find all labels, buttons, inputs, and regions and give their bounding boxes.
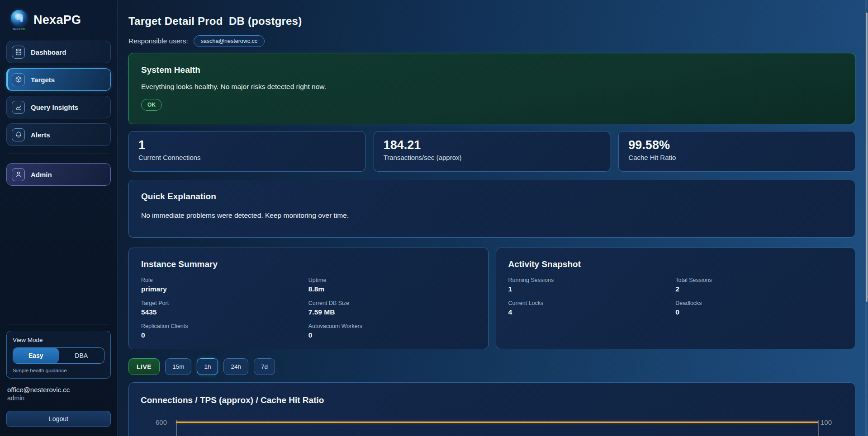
field-label: Current Locks (508, 300, 676, 306)
responsible-users-label: Responsible users: (128, 37, 188, 45)
cache-hit-ratio-series-line (176, 422, 819, 423)
system-health-card: System Health Everything looks healthy. … (128, 53, 855, 124)
stat-card-cache-hit-ratio: 99.58% Cache Hit Ratio (618, 131, 855, 172)
field-label: Deadlocks (675, 300, 843, 306)
health-status-badge: OK (141, 99, 162, 111)
time-range-controls: LIVE 15m 1h 24h 7d (128, 358, 855, 375)
quick-explanation-card: Quick Explanation No immediate problems … (128, 180, 855, 238)
field-autovacuum-workers: Autovacuum Workers 0 (308, 323, 476, 339)
page-title: Target Detail Prod_DB (postgres) (128, 15, 855, 28)
sidebar-item-dashboard[interactable]: Dashboard (6, 41, 111, 63)
range-button-7d[interactable]: 7d (254, 358, 275, 375)
field-total-sessions: Total Sessions 2 (675, 277, 843, 293)
logout-button[interactable]: Logout (6, 411, 111, 427)
logo-caption-nexa: Nexa (13, 28, 21, 31)
sidebar-item-alerts[interactable]: Alerts (6, 123, 111, 146)
line-chart-icon (12, 101, 25, 114)
chart-title: Connections / TPS (approx) / Cache Hit R… (141, 395, 843, 405)
user-email: office@nesterovic.cc (7, 386, 110, 394)
stat-value: 184.21 (384, 138, 601, 152)
logo-caption-pg: PG (21, 28, 26, 31)
field-role: Role primary (141, 277, 308, 293)
sidebar: NexaPG NexaPG Dashboard Targets (0, 0, 118, 436)
sidebar-item-targets[interactable]: Targets (6, 68, 111, 91)
field-uptime: Uptime 8.8m (308, 277, 476, 293)
field-value: 2 (675, 285, 843, 293)
field-deadlocks: Deadlocks 0 (675, 300, 843, 316)
field-label: Target Port (141, 300, 308, 306)
activity-snapshot-card: Activity Snapshot Running Sessions 1 Tot… (496, 248, 856, 349)
y-axis-left-tick: 600 (151, 418, 167, 426)
stat-label: Current Connections (138, 154, 356, 161)
field-current-locks: Current Locks 4 (508, 300, 676, 316)
brand: NexaPG NexaPG (10, 10, 109, 30)
view-mode-option-dba[interactable]: DBA (59, 348, 104, 363)
field-value: 5435 (141, 308, 308, 316)
sidebar-item-query-insights[interactable]: Query Insights (6, 96, 111, 118)
y-axis-right-line (818, 420, 819, 436)
field-label: Uptime (308, 277, 476, 283)
database-icon (12, 46, 25, 59)
field-db-size: Current DB Size 7.59 MB (308, 300, 476, 316)
app-title: NexaPG (33, 13, 81, 27)
range-button-1h[interactable]: 1h (197, 358, 218, 375)
y-axis-right-tick: 100 (821, 418, 836, 426)
field-running-sessions: Running Sessions 1 (508, 277, 676, 293)
field-value: 1 (508, 285, 676, 293)
sidebar-item-label: Alerts (31, 131, 50, 139)
nexapg-logo-sphere (11, 10, 27, 26)
field-label: Role (141, 277, 308, 283)
field-value: 0 (141, 331, 308, 339)
stat-card-tps: 184.21 Transactions/sec (approx) (374, 131, 611, 172)
live-button[interactable]: LIVE (128, 358, 160, 375)
field-target-port: Target Port 5435 (141, 300, 308, 316)
range-button-24h[interactable]: 24h (223, 358, 248, 375)
quick-explanation-title: Quick Explanation (141, 192, 843, 202)
field-value: 0 (308, 331, 476, 339)
bell-icon (12, 128, 25, 141)
activity-snapshot-title: Activity Snapshot (508, 259, 843, 269)
system-health-title: System Health (141, 65, 843, 75)
field-label: Running Sessions (508, 277, 676, 283)
field-value: 8.8m (308, 285, 476, 293)
chart-plot-area: 600 100 (141, 417, 843, 436)
system-health-message: Everything looks healthy. No major risks… (141, 83, 843, 91)
sidebar-bottom-divider (8, 324, 109, 324)
responsible-users-row: Responsible users: sascha@nesterovic.cc (128, 35, 855, 47)
field-replication-clients: Replication Clients 0 (141, 323, 308, 339)
person-icon (12, 168, 25, 181)
main-content: Target Detail Prod_DB (postgres) Respons… (118, 0, 868, 436)
nexapg-app: NexaPG NexaPG Dashboard Targets (0, 0, 868, 436)
sidebar-divider (8, 154, 109, 154)
field-label: Autovacuum Workers (308, 323, 476, 329)
stat-value: 1 (138, 138, 356, 152)
metrics-chart-card: Connections / TPS (approx) / Cache Hit R… (128, 382, 855, 436)
sidebar-item-label: Dashboard (31, 48, 66, 56)
stat-card-current-connections: 1 Current Connections (128, 131, 365, 172)
sidebar-item-admin[interactable]: Admin (6, 163, 111, 186)
instance-summary-card: Instance Summary Role primary Uptime 8.8… (128, 248, 489, 349)
user-role: admin (7, 394, 110, 402)
page-scrollbar-thumb[interactable] (866, 13, 868, 302)
range-button-15m[interactable]: 15m (165, 358, 191, 375)
field-value: 0 (675, 308, 843, 316)
nexapg-logo-caption: NexaPG (10, 28, 28, 31)
responsible-user-badge[interactable]: sascha@nesterovic.cc (194, 35, 265, 47)
stat-value: 99.58% (628, 138, 845, 152)
field-value: 7.59 MB (308, 308, 476, 316)
stat-label: Transactions/sec (approx) (384, 154, 601, 161)
nexapg-logo-icon: NexaPG (10, 10, 28, 30)
stats-row: 1 Current Connections 184.21 Transaction… (128, 131, 855, 172)
stat-label: Cache Hit Ratio (628, 154, 845, 161)
view-mode-caption: Simple health guidance (13, 368, 104, 373)
view-mode-label: View Mode (13, 337, 104, 343)
view-mode-option-easy[interactable]: Easy (13, 348, 59, 363)
instance-summary-fields: Role primary Uptime 8.8m Target Port 543… (141, 277, 476, 339)
summary-row: Instance Summary Role primary Uptime 8.8… (128, 248, 855, 349)
field-value: 4 (508, 308, 676, 316)
cube-icon (12, 73, 25, 86)
activity-snapshot-fields: Running Sessions 1 Total Sessions 2 Curr… (508, 277, 843, 316)
field-value: primary (141, 285, 308, 293)
sidebar-item-label: Query Insights (31, 103, 78, 111)
field-label: Total Sessions (675, 277, 843, 283)
